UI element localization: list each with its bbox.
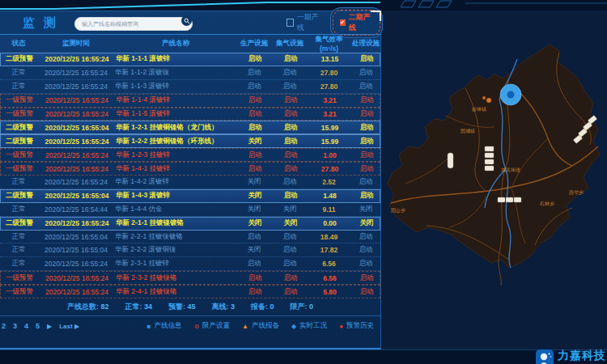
footer-buttons: ■ 产线信息 ⊘ 限产设置 ▲ 产线报备 ◆ 实时工况: [147, 321, 374, 331]
footer-button-icon: ●: [339, 323, 343, 330]
map-label: 石林乡: [539, 201, 554, 207]
last-page-button[interactable]: Last ▶: [59, 323, 79, 330]
map-cluster-marker[interactable]: [500, 84, 521, 105]
status-cell: 正常: [0, 82, 37, 91]
brand-logo: 力嘉科技 LEAGUE TECH: [536, 349, 606, 364]
production-facility-cell: 启动: [236, 82, 272, 91]
production-facility-cell: 启动: [237, 273, 273, 283]
gas-facility-cell: 启动: [272, 177, 308, 187]
table-row[interactable]: 二级预警 2020/12/25 16:55:24 华新 1-2-2 挂镀铜镍铬（…: [0, 134, 380, 148]
time-cell: 2020/12/25 16:55:24: [38, 274, 116, 282]
page-button[interactable]: 4: [24, 322, 28, 330]
table-row[interactable]: 一级预警 2020/12/25 16:55:24 华新 1-1-5 滚镀锌 启动…: [0, 108, 380, 121]
map-label: 城关街道: [501, 167, 520, 173]
line-name-cell: 华新 2-3-1 挂镀锌: [115, 259, 236, 269]
efficiency-cell: 6.56: [308, 260, 350, 268]
production-facility-cell: 启动: [237, 150, 273, 160]
time-cell: 2020/12/25 16:55:24: [38, 219, 116, 227]
table-row[interactable]: 一级预警 2020/12/25 16:55:24 华新 1-4-1 挂镀锌 启动…: [0, 162, 380, 176]
table-row[interactable]: 正常 2020/12/25 16:55:24 华新 1-4-2 滚镀锌 关闭 启…: [0, 176, 380, 189]
efficiency-cell: 18.49: [308, 233, 350, 241]
map-label: 前锋镇: [471, 107, 486, 112]
production-facility-cell: 关闭: [236, 245, 272, 255]
footer-button-icon: ◆: [291, 323, 296, 330]
table-row[interactable]: 正常 2020/12/25 16:55:04 华新 2-2-1 挂镀镍镀铬 启动…: [0, 231, 380, 244]
treatment-facility-cell: 启动: [350, 177, 381, 187]
treatment-facility-cell: 启动: [350, 245, 381, 255]
city-map[interactable]: 前锋镇 固城镇 城关街道 西华乡 石林乡 固山乡: [381, 11, 607, 349]
status-cell: 二级预警: [1, 137, 38, 146]
treatment-facility-cell: 启动: [350, 259, 381, 269]
line-name-cell: 华新 1-1-4 滚镀锌: [116, 95, 237, 105]
gas-facility-cell: 启动: [273, 54, 308, 64]
page-button[interactable]: 2: [2, 322, 6, 330]
table-row[interactable]: 正常 2020/12/25 16:55:04 华新 2-2-2 滚镀铜镍 关闭 …: [0, 243, 380, 257]
search-input[interactable]: [74, 17, 193, 31]
summary-label: 产线总数: [67, 303, 101, 311]
summary-label: 正常: [125, 303, 144, 311]
gas-facility-cell: 启动: [272, 245, 308, 255]
gas-facility-cell: 启动: [273, 150, 308, 160]
table-row[interactable]: 一级预警 2020/12/25 16:55:24 华新 2-3-2 挂镀镍铬 启…: [0, 271, 380, 285]
treatment-facility-cell: 启动: [351, 191, 382, 201]
footer-button[interactable]: ◆ 实时工况: [291, 321, 327, 331]
time-cell: 2020/12/25 16:55:04: [37, 233, 115, 241]
table-row[interactable]: 正常 2020/12/25 16:55:24 华新 2-3-1 挂镀锌 启动 启…: [0, 257, 380, 271]
phase1-checkbox[interactable]: 一期产线: [287, 12, 321, 33]
page-button[interactable]: 5: [36, 322, 40, 330]
footer-button[interactable]: ▲ 产线报备: [242, 321, 279, 331]
page-button[interactable]: 3: [13, 322, 17, 330]
table-row[interactable]: 正常 2020/12/25 16:54:44 华新 1-4-4 仿金 关闭 关闭…: [0, 203, 380, 217]
table-row[interactable]: 正常 2020/12/25 16:55:24 华新 1-1-3 滚镀锌 启动 启…: [0, 80, 380, 94]
status-cell: 正常: [0, 68, 37, 78]
gas-facility-cell: 启动: [273, 137, 308, 146]
production-facility-cell: 启动: [236, 259, 272, 269]
summary-item: 报备0: [251, 302, 274, 312]
gas-facility-cell: 启动: [273, 164, 308, 174]
efficiency-cell: 3.21: [308, 96, 351, 104]
line-name-cell: 华新 1-2-2 挂镀铜镍铬（环形线）: [116, 137, 237, 146]
status-cell: 正常: [0, 205, 37, 214]
production-facility-cell: 关闭: [237, 137, 273, 146]
production-facility-cell: 关闭: [237, 218, 273, 228]
gas-facility-cell: 启动: [272, 259, 308, 269]
table-row[interactable]: 二级预警 2020/12/25 16:55:24 华新 2-1-1 挂镀镍镀铬 …: [0, 217, 380, 231]
table-row[interactable]: 二级预警 2020/12/25 16:55:04 华新 1-2-1 挂镀铜镍铬（…: [0, 121, 380, 134]
footer-button[interactable]: ■ 产线信息: [147, 321, 182, 331]
footer-button-icon: ⊘: [193, 323, 199, 330]
treatment-facility-cell: 启动: [351, 287, 382, 297]
gas-facility-cell: 启动: [273, 95, 308, 105]
table-row[interactable]: 一级预警 2020/12/25 16:55:24 华新 1-1-4 滚镀锌 启动…: [0, 94, 380, 108]
footer-button-label: 预警历史: [346, 321, 374, 331]
gas-facility-cell: 启动: [273, 273, 308, 283]
search-icon[interactable]: [181, 15, 192, 26]
line-name-cell: 华新 1-1-2 滚镀镍: [115, 68, 236, 78]
column-header: 状态: [0, 39, 37, 49]
line-name-cell: 华新 2-2-2 滚镀铜镍: [115, 245, 236, 255]
table-row[interactable]: 一级预警 2020/12/25 16:55:24 华新 1-2-3 挂镀锌 启动…: [0, 148, 380, 162]
line-name-cell: 华新 2-2-1 挂镀镍镀铬: [115, 232, 236, 242]
gas-facility-cell: 启动: [272, 68, 308, 78]
table-row[interactable]: 二级预警 2020/12/25 16:55:24 华新 1-1-1 滚镀锌 启动…: [0, 53, 380, 66]
efficiency-cell: 1.48: [308, 192, 351, 200]
status-cell: 正常: [0, 245, 37, 255]
time-cell: 2020/12/25 16:55:04: [38, 192, 116, 200]
efficiency-cell: 27.80: [308, 83, 350, 91]
production-facility-cell: 启动: [237, 123, 273, 133]
line-name-cell: 华新 2-4-1 挂镀镍铬: [116, 287, 237, 297]
efficiency-cell: 15.99: [308, 124, 351, 132]
brand-name-cn: 力嘉科技: [558, 349, 606, 363]
line-name-cell: 华新 2-1-1 挂镀镍镀铬: [116, 218, 237, 228]
table-row[interactable]: 二级预警 2020/12/25 16:55:04 华新 1-4-3 滚镀锌 关闭…: [0, 189, 380, 203]
map-label: 固城镇: [461, 129, 475, 134]
column-header: 处理设施: [350, 39, 381, 49]
table-row[interactable]: 正常 2020/12/25 16:55:24 华新 1-1-2 滚镀镍 启动 启…: [0, 66, 380, 80]
footer-button[interactable]: ● 预警历史: [339, 321, 374, 331]
line-name-cell: 华新 1-1-1 滚镀锌: [116, 54, 237, 64]
next-page-button[interactable]: ▶: [47, 323, 52, 330]
summary-label: 限产: [291, 303, 310, 311]
table-row[interactable]: 一级预警 2020/12/25 16:55:24 华新 2-4-1 挂镀镍铬 启…: [0, 285, 380, 298]
footer-button[interactable]: ⊘ 限产设置: [193, 321, 230, 331]
time-cell: 2020/12/25 16:55:24: [38, 288, 116, 296]
footer-button-label: 产线信息: [154, 321, 181, 331]
